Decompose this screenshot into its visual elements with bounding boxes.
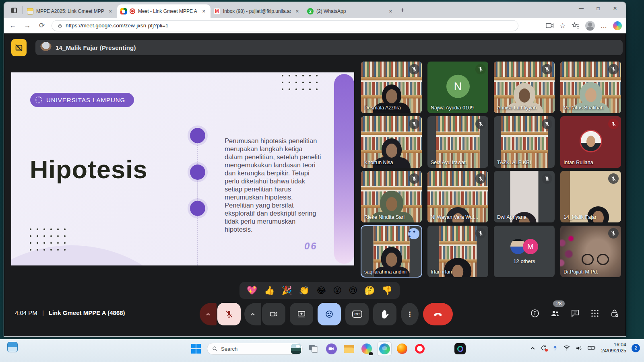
- close-tab-icon[interactable]: ✕: [387, 8, 394, 15]
- reaction-thumbs-up[interactable]: 👍: [264, 286, 275, 295]
- participant-tile[interactable]: Intan Ruliana: [560, 116, 621, 168]
- tab-meet-active[interactable]: Meet - Link Gmeet MPPE A ( ✕: [117, 4, 211, 18]
- participant-tile[interactable]: Khoirun Nisa: [361, 116, 422, 168]
- captions-button[interactable]: CC: [345, 303, 369, 325]
- reaction-thinking[interactable]: 🤔: [364, 286, 375, 295]
- camera-toggle-button[interactable]: [262, 303, 285, 325]
- battery-icon[interactable]: [588, 346, 596, 350]
- windows-taskbar: Search 16:04 24/09/2025 2: [0, 339, 644, 362]
- mic-muted-icon: [608, 228, 619, 239]
- mic-muted-icon: [542, 173, 552, 184]
- meeting-details-button[interactable]: [530, 309, 540, 320]
- webex-icon[interactable]: [453, 342, 467, 356]
- reaction-clap[interactable]: 👏: [299, 286, 310, 295]
- meeting-time: 4:04 PM: [15, 309, 37, 316]
- participant-tile-active-speaker[interactable]: ● ● ● saqilarahma andini: [361, 226, 422, 277]
- mic-toggle-button-muted[interactable]: [217, 303, 241, 325]
- volume-icon[interactable]: [576, 345, 582, 351]
- taskbar-clock[interactable]: 16:04 24/09/2025: [601, 342, 626, 354]
- hand-icon: ✋: [380, 309, 390, 319]
- participant-tile[interactable]: Irfan irfan: [427, 226, 488, 277]
- favorites-list-icon[interactable]: [572, 22, 580, 29]
- hidden-icons-chevron[interactable]: [530, 346, 535, 350]
- meeting-info: 4:04 PM | Link Gmeet MPPE A (4868): [15, 309, 125, 316]
- raise-hand-button[interactable]: ✋: [373, 303, 396, 325]
- timeline-dot: [190, 128, 205, 143]
- file-explorer-icon[interactable]: [342, 342, 356, 356]
- present-screen-button[interactable]: [290, 303, 313, 325]
- activities-button[interactable]: [590, 309, 600, 320]
- participant-tile[interactable]: 14_Malik Fajar: [560, 171, 621, 222]
- tab-classroom[interactable]: MPPE A2025: Link Gmeet MPPE A ✕: [24, 4, 117, 18]
- close-tab-icon[interactable]: ✕: [107, 8, 114, 15]
- reaction-thumbs-down[interactable]: 👎: [382, 286, 392, 295]
- reactions-button-active[interactable]: [318, 303, 341, 325]
- host-controls-button[interactable]: [610, 309, 619, 320]
- participant-tile[interactable]: N Najwa Ayudia 0109: [427, 62, 488, 113]
- reaction-laugh[interactable]: 😂: [316, 286, 326, 295]
- maximize-button[interactable]: □: [590, 2, 607, 15]
- people-button[interactable]: 28: [550, 309, 560, 320]
- reaction-heart[interactable]: 💖: [247, 286, 257, 295]
- mic-muted-icon: [475, 173, 486, 184]
- reaction-cry[interactable]: 😢: [349, 286, 357, 295]
- forward-button[interactable]: →: [23, 22, 32, 30]
- presenter-bar[interactable]: 14_Malik Fajar (Presenting): [35, 40, 623, 55]
- participant-tile[interactable]: TAZKI ALFIKRI: [494, 116, 555, 168]
- presentation-off-icon: [14, 43, 23, 52]
- close-tab-icon[interactable]: ✕: [200, 8, 207, 15]
- participant-tile[interactable]: Ni Wayan Vara Wul...: [427, 171, 488, 222]
- tab-whatsapp[interactable]: 2 (2) WhatsApp ✕: [304, 4, 397, 18]
- new-tab-button[interactable]: +: [400, 6, 405, 14]
- participant-tile[interactable]: Sela Ayu Irawati: [427, 116, 488, 168]
- copilot-icon[interactable]: [613, 21, 622, 30]
- participant-tile[interactable]: Dr.Pujiati M.Pd.: [560, 226, 621, 277]
- wifi-icon[interactable]: [563, 345, 570, 351]
- favorite-star-icon[interactable]: ☆: [559, 21, 566, 30]
- minimize-button[interactable]: —: [573, 2, 590, 15]
- close-tab-icon[interactable]: ✕: [294, 8, 301, 15]
- overflow-participants-tile[interactable]: M 12 others: [494, 226, 555, 277]
- mic-options-chevron[interactable]: [200, 303, 217, 325]
- start-button[interactable]: [189, 342, 203, 356]
- reload-button[interactable]: ⟳: [37, 21, 47, 30]
- sync-status-icon[interactable]: [541, 345, 547, 351]
- participant-name: Rieke Nindita Sari: [364, 214, 405, 220]
- edge-browser-icon[interactable]: [378, 342, 391, 356]
- end-call-button[interactable]: [423, 303, 453, 325]
- participant-tile[interactable]: Desmala Azzhra: [361, 62, 422, 113]
- camera-options-chevron[interactable]: [244, 303, 261, 325]
- glasses: [582, 254, 594, 265]
- profile-avatar[interactable]: [585, 21, 595, 31]
- more-options-button[interactable]: ⋮: [401, 303, 419, 325]
- task-view-icon[interactable]: [307, 342, 320, 356]
- tab-media-camera-icon[interactable]: [546, 23, 554, 29]
- slide-body-text: Perumusan hipotesis penelitian merupakan…: [225, 137, 321, 233]
- tile-options-button[interactable]: ● ● ●: [408, 228, 419, 239]
- tab-gmail[interactable]: M Inbox (98) - pujiati@fkip.unila.ac.i ✕: [211, 4, 304, 18]
- reaction-party[interactable]: 🎉: [281, 286, 292, 295]
- participant-tile[interactable]: Annisa Luthfiyyah: [494, 62, 555, 113]
- university-name: UNIVERSITAS LAMPUNG: [46, 97, 125, 103]
- participant-tile[interactable]: Dwi Apriyana: [494, 171, 555, 222]
- chat-button[interactable]: [570, 309, 580, 320]
- meet-app-icon[interactable]: [324, 342, 338, 356]
- address-bar[interactable]: https://meet.google.com/zew-jxsn-pfj?pli…: [52, 20, 518, 31]
- taskbar-search[interactable]: Search: [207, 343, 303, 355]
- opera-icon[interactable]: [413, 342, 427, 356]
- timeline-line: [197, 133, 198, 265]
- browser-menu-icon[interactable]: …: [601, 22, 607, 29]
- tab-search-icon[interactable]: [9, 5, 19, 16]
- participant-tile[interactable]: Rieke Nindita Sari: [361, 171, 422, 222]
- back-button[interactable]: ←: [8, 22, 18, 30]
- participant-tile[interactable]: Mar'atus Shalihah: [560, 62, 621, 113]
- copilot-app-icon[interactable]: [360, 342, 374, 356]
- reaction-surprised[interactable]: 😮: [333, 286, 342, 295]
- stop-watching-presentation-button[interactable]: [11, 39, 27, 56]
- system-tray: 16:04 24/09/2025 2: [530, 342, 640, 354]
- notification-count-badge[interactable]: 2: [632, 344, 640, 352]
- microphone-in-use-icon[interactable]: [552, 345, 558, 351]
- widgets-icon[interactable]: [7, 342, 18, 352]
- close-window-button[interactable]: ✕: [607, 2, 623, 15]
- firefox-icon[interactable]: [395, 342, 409, 356]
